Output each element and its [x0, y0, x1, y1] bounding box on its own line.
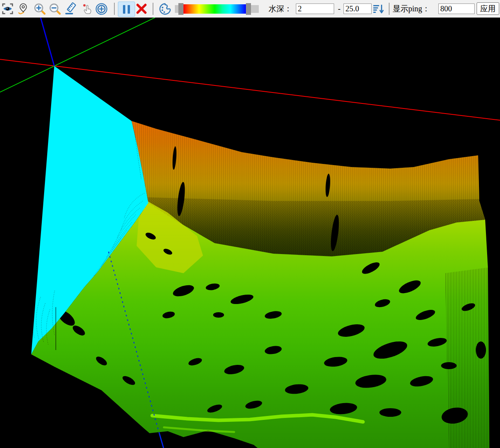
ping-label: 显示ping： [393, 0, 430, 18]
toolbar-separator [389, 3, 390, 15]
toolbar: 水深： - 显示ping： 应用 [0, 0, 500, 18]
delete-button[interactable] [135, 0, 148, 18]
zoom-out-button[interactable] [48, 0, 61, 18]
colormap-gradient [183, 4, 246, 14]
depth-range-dash: - [336, 0, 342, 18]
sort-button[interactable] [372, 0, 385, 18]
depth-label: 水深： [269, 0, 292, 18]
pick-hand-icon [82, 3, 93, 14]
zoom-in-icon [34, 3, 46, 15]
measure-ruler-icon [65, 2, 78, 15]
zoom-out-icon [49, 3, 61, 15]
colormap-handle-right[interactable] [246, 3, 251, 15]
delete-x-icon [135, 3, 148, 15]
sort-descending-icon [372, 3, 384, 15]
measure-button[interactable] [64, 0, 78, 18]
view-fit-button[interactable] [2, 0, 13, 18]
depth-max-input[interactable] [343, 4, 372, 14]
zoom-in-button[interactable] [33, 0, 46, 18]
palette-icon [158, 2, 172, 16]
pointcloud-3d-viewport[interactable] [0, 18, 500, 448]
palette-button[interactable] [158, 0, 172, 18]
toolbar-separator [153, 3, 153, 15]
pick-button[interactable] [81, 0, 93, 18]
center-target-button[interactable] [95, 0, 108, 18]
track-pin-icon [18, 3, 29, 14]
toolbar-separator [114, 3, 115, 15]
ping-count-input[interactable] [438, 4, 475, 14]
pointcloud-scene [0, 18, 500, 448]
pause-icon [123, 5, 125, 14]
apply-button[interactable]: 应用 [477, 2, 499, 15]
colormap-handle-left[interactable] [178, 3, 183, 15]
track-pin-button[interactable] [17, 0, 29, 18]
pause-button[interactable] [118, 2, 135, 17]
view-fit-icon [2, 3, 13, 14]
center-target-icon [95, 3, 108, 15]
depth-min-input[interactable] [296, 4, 334, 14]
